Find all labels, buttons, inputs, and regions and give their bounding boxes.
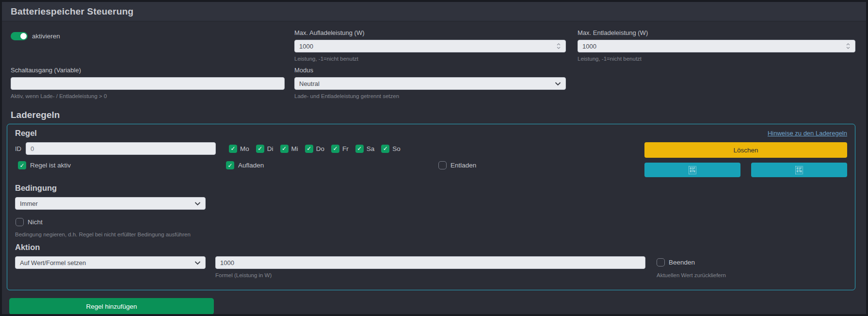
mode-label: Modus bbox=[294, 67, 566, 74]
rule-id-input[interactable]: 0 bbox=[26, 142, 216, 155]
switch-output-label: Schaltausgang (Variable) bbox=[11, 67, 285, 74]
formula-help: Formel (Leistung in W) bbox=[215, 272, 645, 278]
charge-checkbox[interactable]: Aufladen bbox=[226, 161, 264, 169]
weekday-checkbox-mi[interactable]: Mi bbox=[280, 145, 298, 153]
not-checkbox[interactable]: Nicht bbox=[16, 218, 43, 226]
number-spinner-icon[interactable] bbox=[846, 42, 851, 50]
weekday-checkbox-sa[interactable]: Sa bbox=[355, 145, 375, 153]
move-rule-up-button[interactable]: 01F879 bbox=[644, 163, 740, 177]
rule-card: Regel Hinweise zu den Laderegeln ID 0 Mo… bbox=[7, 124, 855, 290]
condition-title: Bedingung bbox=[15, 183, 847, 193]
weekday-checkbox-do[interactable]: Do bbox=[305, 145, 324, 153]
discharge-checkbox[interactable]: Entladen bbox=[438, 161, 476, 169]
rule-id-label: ID bbox=[15, 145, 21, 152]
checkbox-checked-icon bbox=[18, 161, 26, 169]
toggle-switch-icon[interactable] bbox=[11, 32, 28, 40]
app-window: Batteriespeicher Steuerung aktivieren Ma… bbox=[0, 0, 868, 316]
rule-active-checkbox[interactable]: Regel ist aktiv bbox=[18, 161, 71, 169]
condition-value: Immer bbox=[20, 200, 38, 207]
checkbox-unchecked-icon bbox=[16, 218, 24, 226]
max-charge-label: Max. Aufladeleistung (W) bbox=[294, 29, 566, 36]
checkbox-checked-icon bbox=[305, 145, 313, 153]
max-discharge-label: Max. Entladeleistung (W) bbox=[578, 29, 855, 36]
mode-select[interactable]: Neutral bbox=[294, 77, 566, 90]
action-value: Auf Wert/Formel setzen bbox=[20, 259, 86, 266]
chevron-down-icon bbox=[194, 261, 201, 265]
activate-label: aktivieren bbox=[32, 33, 60, 40]
end-help: Aktuellen Wert zurückliefern bbox=[657, 272, 726, 278]
move-rule-down-button[interactable]: 01F87B bbox=[751, 163, 847, 177]
action-select[interactable]: Auf Wert/Formel setzen bbox=[15, 256, 206, 269]
action-title: Aktion bbox=[15, 243, 847, 252]
main-content: aktivieren Max. Aufladeleistung (W) 1000… bbox=[2, 29, 866, 315]
checkbox-checked-icon bbox=[280, 145, 289, 153]
max-discharge-help: Leistung, -1=nicht benutzt bbox=[578, 56, 855, 62]
chevron-down-icon bbox=[194, 201, 201, 206]
number-spinner-icon[interactable] bbox=[556, 42, 561, 50]
rules-section-title: Laderegeln bbox=[11, 110, 857, 120]
end-checkbox[interactable]: Beenden bbox=[657, 258, 695, 266]
formula-value: 1000 bbox=[220, 259, 234, 266]
chevron-down-icon bbox=[555, 82, 561, 86]
weekday-checkbox-mo[interactable]: Mo bbox=[229, 145, 249, 153]
switch-output-help: Aktiv, wenn Lade- / Entladeleistung > 0 bbox=[11, 93, 285, 99]
checkbox-checked-icon bbox=[229, 145, 237, 153]
rule-id-value: 0 bbox=[31, 145, 34, 152]
max-charge-help: Leistung, -1=nicht benutzt bbox=[294, 56, 566, 62]
mode-help: Lade- und Entladeleistung getrennt setze… bbox=[294, 93, 566, 99]
activate-toggle-row[interactable]: aktivieren bbox=[11, 32, 285, 40]
switch-output-input[interactable] bbox=[11, 77, 285, 90]
condition-select[interactable]: Immer bbox=[15, 197, 206, 210]
max-discharge-value: 1000 bbox=[582, 43, 596, 50]
checkbox-unchecked-icon bbox=[438, 161, 447, 169]
checkbox-checked-icon bbox=[381, 145, 389, 153]
rule-actions: Löschen 01F879 01F87B bbox=[644, 142, 847, 177]
add-rule-button[interactable]: Regel hinzufügen bbox=[9, 298, 214, 315]
formula-input[interactable]: 1000 bbox=[215, 256, 645, 269]
page-title: Batteriespeicher Steuerung bbox=[11, 6, 133, 17]
mode-value: Neutral bbox=[299, 80, 320, 87]
rule-title: Regel bbox=[15, 129, 37, 138]
weekday-checkbox-group: Mo Di Mi Do Fr Sa So bbox=[229, 145, 401, 153]
checkbox-checked-icon bbox=[331, 145, 339, 153]
down-arrow-missing-glyph-icon: 01F87B bbox=[795, 166, 804, 174]
checkbox-checked-icon bbox=[355, 145, 364, 153]
max-charge-value: 1000 bbox=[299, 43, 313, 50]
rule-hints-link[interactable]: Hinweise zu den Laderegeln bbox=[768, 130, 847, 137]
not-help: Bedingung negieren, d.h. Regel bei nicht… bbox=[15, 232, 847, 237]
checkbox-checked-icon bbox=[256, 145, 264, 153]
weekday-checkbox-so[interactable]: So bbox=[381, 145, 401, 153]
toggle-knob bbox=[20, 33, 27, 39]
max-discharge-input[interactable]: 1000 bbox=[578, 40, 855, 52]
delete-rule-button[interactable]: Löschen bbox=[644, 142, 847, 158]
weekday-checkbox-di[interactable]: Di bbox=[256, 145, 273, 153]
page-header: Batteriespeicher Steuerung bbox=[2, 2, 866, 21]
weekday-checkbox-fr[interactable]: Fr bbox=[331, 145, 349, 153]
max-charge-input[interactable]: 1000 bbox=[294, 40, 566, 52]
checkbox-unchecked-icon bbox=[657, 258, 665, 266]
checkbox-checked-icon bbox=[226, 161, 234, 169]
up-arrow-missing-glyph-icon: 01F879 bbox=[689, 166, 697, 174]
